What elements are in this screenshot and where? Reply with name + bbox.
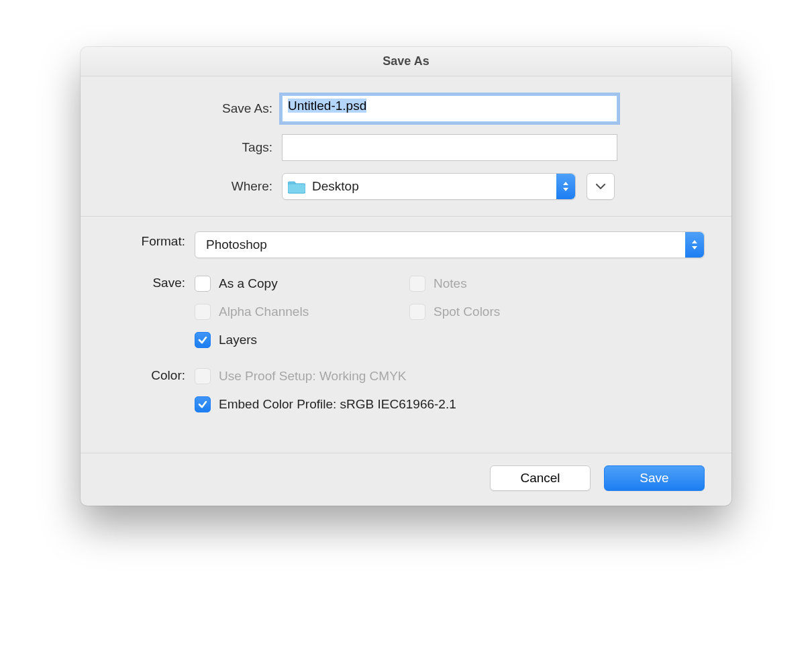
save-button[interactable]: Save xyxy=(604,465,705,491)
tags-input[interactable] xyxy=(282,134,617,161)
updown-icon xyxy=(556,174,575,199)
format-dropdown[interactable]: Photoshop xyxy=(195,231,705,258)
spot-colors-checkbox: Spot Colors xyxy=(409,304,577,320)
embed-color-profile-checkbox[interactable]: Embed Color Profile: sRGB IEC61966-2.1 xyxy=(195,396,456,412)
checkbox-icon xyxy=(195,276,211,292)
expand-button[interactable] xyxy=(587,173,615,200)
save-as-label: Save As: xyxy=(107,101,282,116)
checkbox-icon xyxy=(409,304,425,320)
svg-rect-0 xyxy=(288,184,305,193)
tags-label: Tags: xyxy=(107,140,282,155)
spot-colors-label: Spot Colors xyxy=(434,304,500,319)
save-label: Save: xyxy=(107,273,195,290)
file-section: Save As: Untitled-1.psd Tags: Where: xyxy=(81,76,731,217)
alpha-channels-label: Alpha Channels xyxy=(219,304,309,319)
filename-value: Untitled-1.psd xyxy=(288,99,366,113)
color-label: Color: xyxy=(107,366,195,383)
checkbox-icon xyxy=(195,304,211,320)
alpha-channels-checkbox: Alpha Channels xyxy=(195,304,362,320)
cancel-button[interactable]: Cancel xyxy=(490,465,591,491)
checkbox-checked-icon xyxy=(195,396,211,412)
chevron-down-icon xyxy=(595,183,606,190)
use-proof-setup-checkbox: Use Proof Setup: Working CMYK xyxy=(195,368,456,384)
embed-profile-label: Embed Color Profile: sRGB IEC61966-2.1 xyxy=(219,397,456,412)
notes-checkbox: Notes xyxy=(409,276,577,292)
dialog-title-text: Save As xyxy=(383,54,429,68)
save-button-label: Save xyxy=(640,471,668,486)
layers-checkbox[interactable]: Layers xyxy=(195,332,362,348)
use-proof-setup-label: Use Proof Setup: Working CMYK xyxy=(219,369,406,384)
checkbox-checked-icon xyxy=(195,332,211,348)
where-dropdown[interactable]: Desktop xyxy=(282,173,576,200)
button-bar: Cancel Save xyxy=(81,453,731,506)
cancel-button-label: Cancel xyxy=(520,471,560,486)
layers-label: Layers xyxy=(219,333,257,347)
notes-label: Notes xyxy=(434,276,467,291)
where-value: Desktop xyxy=(312,179,359,194)
checkbox-icon xyxy=(409,276,425,292)
as-a-copy-checkbox[interactable]: As a Copy xyxy=(195,276,362,292)
filename-input[interactable]: Untitled-1.psd xyxy=(282,95,617,122)
save-as-dialog: Save As Save As: Untitled-1.psd Tags: Wh… xyxy=(81,47,731,506)
folder-icon xyxy=(288,179,305,194)
as-a-copy-label: As a Copy xyxy=(219,276,278,291)
options-section: Format: Photoshop Save: As a Copy xyxy=(81,217,731,453)
format-label: Format: xyxy=(107,231,195,249)
dialog-title: Save As xyxy=(81,47,731,76)
updown-icon xyxy=(685,232,704,258)
where-label: Where: xyxy=(107,179,282,194)
checkbox-icon xyxy=(195,368,211,384)
format-value: Photoshop xyxy=(206,237,267,252)
